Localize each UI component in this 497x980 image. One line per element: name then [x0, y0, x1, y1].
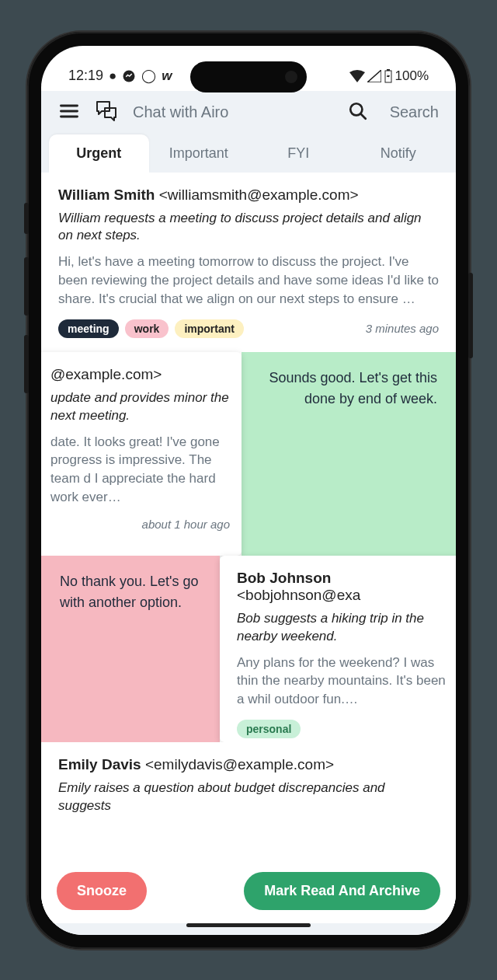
email-swipe-row[interactable]: @example.com> update and provides minor … [41, 352, 456, 556]
email-sender: @example.com> [50, 366, 230, 383]
timestamp: about 1 hour ago [142, 518, 230, 531]
volume-up [24, 257, 29, 316]
signal-icon [367, 70, 381, 82]
screen: 12:19 ● ◯ w 100% Chat with [41, 46, 456, 935]
email-sender: William Smith <williamsmith@example.com> [58, 187, 439, 204]
volume-down [24, 335, 29, 393]
email-sender: Emily Davis <emilydavis@example.com> [58, 756, 439, 773]
tag-row: personal [237, 720, 454, 738]
tab-notify[interactable]: Notify [349, 134, 449, 173]
tag-important[interactable]: important [175, 319, 244, 338]
swipe-action-archive[interactable]: Sounds good. Let's get this done by end … [242, 352, 456, 556]
snooze-button[interactable]: Snooze [57, 872, 147, 910]
power-button [468, 273, 473, 358]
email-summary: William requests a meeting to discuss pr… [58, 210, 439, 246]
app-icon: w [162, 68, 172, 84]
status-right: 100% [349, 68, 429, 84]
phone-frame: 12:19 ● ◯ w 100% Chat with [27, 32, 470, 949]
email-preview: Hi, let's have a meeting tomorrow to dis… [58, 253, 439, 308]
swipe-text: No thank you. Let's go with another opti… [60, 571, 201, 613]
app-content: Chat with Airo Search Urgent Important F… [41, 91, 456, 935]
tab-urgent[interactable]: Urgent [49, 134, 149, 173]
chat-icon[interactable] [94, 99, 119, 127]
svg-rect-2 [387, 69, 390, 71]
swipe-action-snooze[interactable]: No thank you. Let's go with another opti… [41, 556, 220, 742]
email-list[interactable]: William Smith <williamsmith@example.com>… [41, 173, 456, 923]
email-preview: date. It looks great! I've gone progress… [50, 433, 230, 507]
email-preview: Any plans for the weekend? I was thin th… [237, 654, 454, 709]
tag-row: about 1 hour ago [50, 518, 230, 531]
tabs: Urgent Important FYI Notify [41, 134, 456, 173]
swipe-text: Sounds good. Let's get this done by end … [260, 368, 437, 410]
sender-name: Bob Johnson [237, 570, 331, 586]
home-indicator[interactable] [186, 923, 311, 927]
tag-work[interactable]: work [125, 319, 169, 338]
email-summary: Bob suggests a hiking trip in the nearby… [237, 610, 454, 646]
sender-email: <emilydavis@example.com> [145, 756, 334, 772]
email-card[interactable]: Emily Davis <emilydavis@example.com> Emi… [41, 742, 456, 837]
timestamp: 3 minutes ago [366, 322, 439, 335]
sender-name: Emily Davis [58, 756, 141, 772]
email-sender: Bob Johnson <bobjohnson@exa [237, 570, 454, 604]
email-swipe-row[interactable]: No thank you. Let's go with another opti… [41, 556, 456, 742]
tag-row: meeting work important 3 minutes ago [58, 319, 439, 338]
battery-charging-icon [384, 69, 393, 83]
search-label[interactable]: Search [390, 103, 439, 121]
status-time: 12:19 [68, 68, 103, 84]
tab-important[interactable]: Important [149, 134, 249, 173]
email-card[interactable]: Bob Johnson <bobjohnson@exa Bob suggests… [220, 556, 456, 742]
email-card[interactable]: @example.com> update and provides minor … [41, 352, 242, 556]
chat-label[interactable]: Chat with Airo [133, 103, 334, 121]
search-icon[interactable] [348, 101, 368, 124]
email-summary: Emily raises a question about budget dis… [58, 779, 439, 815]
dynamic-island [190, 61, 307, 92]
menu-icon[interactable] [58, 100, 80, 125]
status-left: 12:19 ● ◯ w [68, 68, 172, 84]
sender-email: <bobjohnson@exa [237, 587, 360, 603]
sender-email: @example.com> [50, 366, 162, 382]
email-card[interactable]: William Smith <williamsmith@example.com>… [41, 173, 456, 352]
notification-dot-icon: ● [109, 68, 116, 84]
bottom-actions: Snooze Mark Read And Archive [41, 872, 456, 910]
tab-fyi[interactable]: FYI [248, 134, 349, 173]
battery-percent: 100% [395, 68, 429, 84]
wifi-icon [349, 70, 365, 82]
sender-email: <williamsmith@example.com> [159, 187, 359, 203]
top-bar: Chat with Airo Search [41, 91, 456, 134]
email-summary: update and provides minor the next meeti… [50, 389, 230, 425]
messenger-icon [122, 69, 136, 83]
tag-personal[interactable]: personal [237, 720, 301, 738]
circle-icon: ◯ [141, 68, 156, 84]
sender-name: William Smith [58, 187, 155, 203]
mute-switch [24, 203, 29, 234]
tag-meeting[interactable]: meeting [58, 319, 119, 338]
archive-button[interactable]: Mark Read And Archive [244, 872, 440, 910]
